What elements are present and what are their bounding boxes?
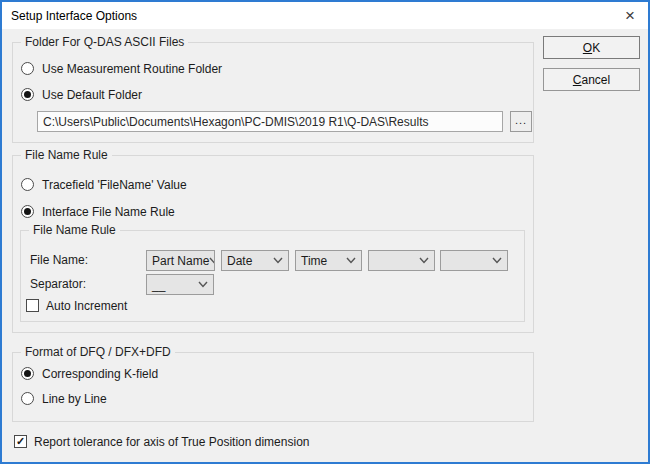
- radio-tracefield-filename-value[interactable]: Tracefield 'FileName' Value: [21, 177, 187, 192]
- checkbox-checked-icon: ✓: [14, 435, 27, 448]
- chevron-down-icon: [209, 257, 215, 264]
- checkbox-label: Report tolerance for axis of True Positi…: [34, 435, 309, 449]
- dropdown-value: Part Name: [152, 254, 209, 268]
- radio-icon: [21, 88, 34, 101]
- radio-label: Use Default Folder: [42, 88, 142, 102]
- auto-increment-checkbox[interactable]: Auto Increment: [26, 298, 127, 313]
- chevron-down-icon: [273, 257, 283, 264]
- file-name-dropdown-3[interactable]: Time: [295, 250, 362, 271]
- ok-button-mnemonic: O: [583, 41, 592, 55]
- radio-icon: [21, 62, 34, 75]
- dialog-title: Setup Interface Options: [11, 9, 137, 23]
- ok-button-label: K: [592, 41, 600, 55]
- default-folder-path-field[interactable]: C:\Users\Public\Documents\Hexagon\PC-DMI…: [37, 111, 503, 132]
- chevron-down-icon: [492, 257, 502, 264]
- radio-icon: [21, 367, 34, 380]
- radio-use-default-folder[interactable]: Use Default Folder: [21, 87, 142, 102]
- ok-button[interactable]: OK: [543, 36, 640, 59]
- radio-interface-file-name-rule[interactable]: Interface File Name Rule: [21, 204, 175, 219]
- radio-label: Corresponding K-field: [42, 367, 158, 381]
- chevron-down-icon: [346, 257, 356, 264]
- file-name-label: File Name:: [30, 250, 88, 271]
- file-name-dropdown-5[interactable]: [440, 250, 508, 271]
- setup-interface-options-dialog: Setup Interface Options × OK Cancel Fold…: [0, 0, 650, 464]
- radio-label: Tracefield 'FileName' Value: [42, 178, 187, 192]
- radio-use-measurement-routine-folder[interactable]: Use Measurement Routine Folder: [21, 61, 222, 76]
- cancel-button-label: ancel: [581, 73, 610, 87]
- inner-file-name-rule-group-title: File Name Rule: [29, 223, 120, 237]
- chevron-down-icon: [198, 281, 208, 288]
- report-tolerance-checkbox[interactable]: ✓ Report tolerance for axis of True Posi…: [14, 434, 309, 449]
- file-name-dropdown-4[interactable]: [368, 250, 435, 271]
- folder-group-title: Folder For Q-DAS ASCII Files: [21, 35, 188, 49]
- separator-label: Separator:: [30, 274, 86, 295]
- radio-label: Line by Line: [42, 392, 107, 406]
- dropdown-value: __: [152, 278, 165, 292]
- chevron-down-icon: [419, 257, 429, 264]
- separator-dropdown[interactable]: __: [146, 274, 214, 295]
- radio-label: Interface File Name Rule: [42, 205, 175, 219]
- format-group: Format of DFQ / DFX+DFD: [12, 352, 534, 422]
- radio-icon: [21, 205, 34, 218]
- file-name-dropdown-2[interactable]: Date: [221, 250, 289, 271]
- dropdown-value: Date: [227, 254, 252, 268]
- format-group-title: Format of DFQ / DFX+DFD: [21, 345, 175, 359]
- radio-icon: [21, 178, 34, 191]
- close-icon[interactable]: ×: [620, 6, 640, 26]
- radio-icon: [21, 392, 34, 405]
- cancel-button[interactable]: Cancel: [543, 68, 640, 91]
- file-name-dropdown-1[interactable]: Part Name: [146, 250, 215, 271]
- checkbox-label: Auto Increment: [46, 299, 127, 313]
- titlebar: Setup Interface Options: [2, 2, 648, 29]
- checkbox-icon: [26, 299, 39, 312]
- dropdown-value: Time: [301, 254, 327, 268]
- browse-button[interactable]: ...: [510, 111, 532, 132]
- radio-line-by-line[interactable]: Line by Line: [21, 391, 107, 406]
- file-name-rule-group-title: File Name Rule: [21, 148, 112, 162]
- radio-corresponding-k-field[interactable]: Corresponding K-field: [21, 366, 158, 381]
- radio-label: Use Measurement Routine Folder: [42, 62, 222, 76]
